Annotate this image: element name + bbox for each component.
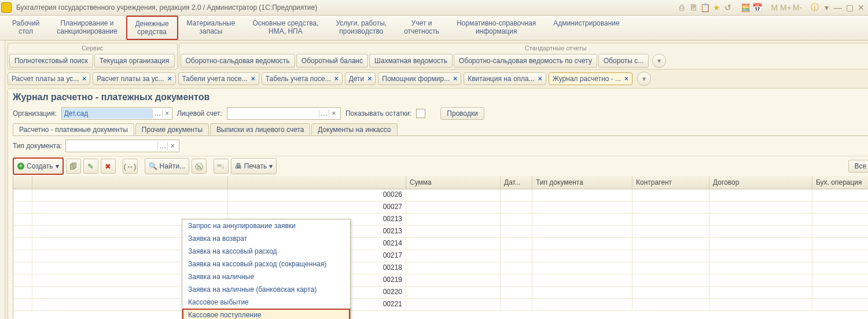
sort-icon[interactable]: ᴬᴷ↓ [214, 159, 229, 174]
service-button[interactable]: Полнотекстовый поиск [9, 54, 93, 68]
report-button[interactable]: Оборотно-сальдовая ведомость по счету [454, 54, 597, 68]
menu-2[interactable]: Денежныесредства [126, 16, 178, 40]
create-menu-item[interactable]: Заявка на наличные (банковская карта) [182, 283, 350, 296]
org-combo[interactable]: … × [61, 107, 172, 120]
table-row[interactable]: 00213 [13, 214, 868, 226]
tab-close-icon[interactable]: × [367, 75, 372, 83]
doctype-input[interactable] [66, 141, 157, 151]
subtab[interactable]: Документы на инкассо [311, 123, 397, 135]
org-dropdown-icon[interactable]: … [152, 109, 162, 118]
org-input[interactable] [62, 108, 152, 119]
create-menu-item[interactable]: Кассовое поступление [182, 309, 350, 319]
table-col[interactable]: Дат... [501, 176, 532, 189]
clear-search-icon[interactable]: ⌕⃠ [192, 159, 207, 174]
create-menu-item[interactable]: Кассовое выбытие [182, 296, 350, 309]
table-row[interactable]: 00221 [13, 299, 868, 311]
tab-close-icon[interactable]: × [624, 75, 628, 83]
tab-close-icon[interactable]: × [168, 75, 172, 83]
table-col[interactable] [13, 176, 32, 189]
m-plus-icon[interactable]: M+ [781, 3, 790, 12]
create-button[interactable]: + Создать ▾ [13, 157, 64, 175]
more-reports-icon[interactable]: ▾ [652, 54, 666, 68]
table-row[interactable]: 00220 [13, 287, 868, 299]
print-icon[interactable]: ⎙ [677, 3, 686, 12]
doctype-dropdown-icon[interactable]: … [157, 142, 167, 150]
acc-dropdown-icon[interactable]: … [319, 109, 329, 118]
tab[interactable]: Табель учета посе...× [262, 72, 343, 85]
create-menu-item[interactable]: Запрос на аннулирование заявки [182, 219, 350, 232]
create-menu-item[interactable]: Заявка на возврат [182, 232, 350, 245]
dropdown-icon[interactable]: ▾ [822, 3, 831, 12]
table-col[interactable]: Контрагент [632, 176, 709, 189]
table-col[interactable]: Сумма [406, 176, 501, 189]
create-menu-item[interactable]: Заявка на наличные [182, 270, 350, 283]
tab[interactable]: Табели учета посе...× [178, 72, 259, 85]
m-minus-icon[interactable]: M [770, 3, 779, 12]
tab[interactable]: Помощник формир...× [378, 72, 461, 85]
info-icon[interactable]: ⓘ [810, 3, 819, 12]
table-col[interactable] [228, 176, 406, 189]
tab-close-icon[interactable]: × [82, 75, 86, 83]
table-row[interactable]: 00026 [13, 189, 868, 201]
subtab[interactable]: Прочие документы [135, 123, 209, 135]
menu-8[interactable]: Администрирование [545, 16, 628, 40]
edit-icon[interactable]: ✎ [83, 159, 98, 174]
print-button[interactable]: 🖶 Печать ▾ [231, 158, 277, 174]
expand-icon[interactable]: (↔) [123, 159, 138, 174]
tab[interactable]: Расчет платы за ус...× [8, 72, 90, 85]
menu-6[interactable]: Учет иотчетность [395, 16, 448, 40]
table-row[interactable]: 00219 [13, 274, 868, 287]
all-actions-button[interactable]: Все действия ▾ [848, 160, 868, 173]
create-menu-item[interactable]: Заявка на кассовый расход (сокращенная) [182, 258, 350, 270]
maximize-icon[interactable]: ▢ [845, 3, 854, 12]
acc-combo[interactable]: … × [227, 107, 341, 120]
menu-1[interactable]: Планирование исанкционирование [48, 16, 126, 40]
calc-icon[interactable]: 🧮 [741, 3, 750, 12]
service-button[interactable]: Текущая организация [94, 54, 175, 68]
report-button[interactable]: Оборотно-сальдовая ведомость [181, 54, 295, 68]
doctype-clear-icon[interactable]: × [167, 142, 177, 150]
m-minus2-icon[interactable]: M- [793, 3, 802, 12]
tab[interactable]: Расчет платы за ус...× [93, 72, 175, 85]
subtab[interactable]: Расчетно - платежные документы [13, 123, 134, 135]
table-row[interactable]: 00217 [13, 250, 868, 262]
menu-4[interactable]: Основные средства,НМА, НПА [244, 16, 327, 40]
table-col[interactable]: Договор [709, 176, 812, 189]
provodki-button[interactable]: Проводки [440, 107, 484, 120]
table-row[interactable]: 00213 [13, 226, 868, 238]
org-clear-icon[interactable]: × [162, 109, 172, 118]
table-row[interactable]: 00214 [13, 238, 868, 250]
close-icon[interactable]: ✕ [856, 3, 866, 12]
table-col[interactable] [32, 176, 228, 189]
calendar-icon[interactable]: 📅 [752, 3, 762, 12]
minimize-icon[interactable]: — [833, 3, 843, 12]
report-button[interactable]: Обороты с... [598, 54, 649, 68]
find-button[interactable]: 🔍 Найти... [145, 158, 189, 174]
create-menu-item[interactable]: Заявка на кассовый расход [182, 245, 350, 258]
tab[interactable]: Квитанция на опла...× [464, 72, 546, 85]
file-icon[interactable]: 🖹 [689, 3, 698, 12]
tab-close-icon[interactable]: × [453, 75, 457, 83]
tab[interactable]: Дети× [345, 72, 376, 85]
tab-close-icon[interactable]: × [251, 75, 255, 83]
doctype-combo[interactable]: … × [65, 140, 179, 152]
clipboard-icon[interactable]: 📋 [700, 3, 709, 12]
report-button[interactable]: Шахматная ведомость [369, 54, 453, 68]
delete-icon[interactable]: ✖ [101, 159, 116, 174]
table-row[interactable]: 00027 [13, 201, 868, 214]
table-col[interactable]: Тип документа [532, 176, 632, 189]
table-col[interactable]: Бух. операция [812, 176, 868, 189]
history-icon[interactable]: ↺ [723, 3, 733, 12]
menu-3[interactable]: Материальныезапасы [178, 16, 244, 40]
more-tabs-icon[interactable]: ▾ [637, 72, 651, 86]
table-row[interactable]: 00218 [13, 262, 868, 274]
menu-7[interactable]: Нормативно-справочнаяинформация [448, 16, 545, 40]
subtab[interactable]: Выписки из лицевого счета [210, 123, 310, 135]
acc-input[interactable] [227, 108, 319, 119]
acc-clear-icon[interactable]: × [329, 109, 339, 118]
tab-close-icon[interactable]: × [538, 75, 542, 83]
report-button[interactable]: Оборотный баланс [296, 54, 368, 68]
copy-icon[interactable]: 🗐 [66, 159, 81, 174]
tab-close-icon[interactable]: × [334, 75, 339, 83]
menu-0[interactable]: Рабочийстол [3, 16, 48, 40]
